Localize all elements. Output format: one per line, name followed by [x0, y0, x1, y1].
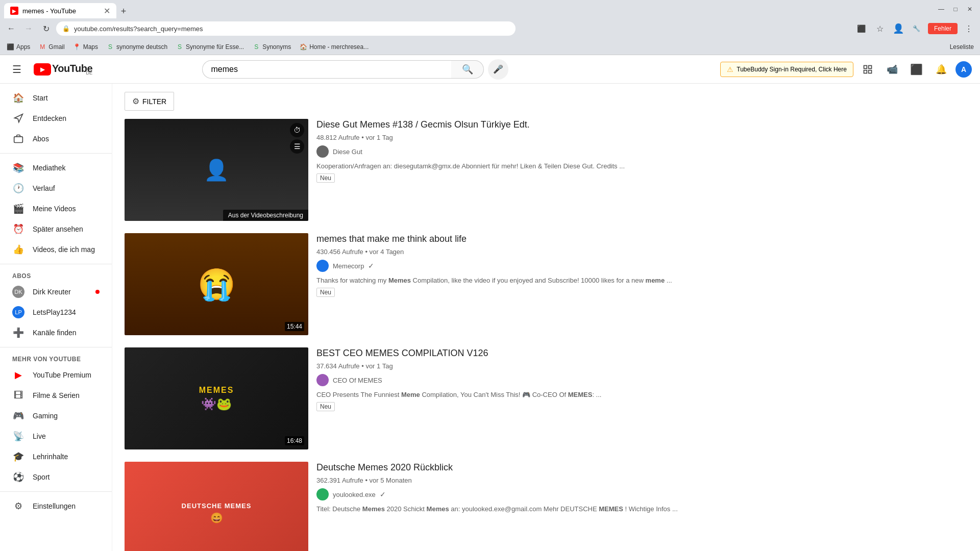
search-input[interactable] — [202, 60, 451, 79]
result-thumbnail-1[interactable]: 👤 ⏱ ☰ Aus der Videobeschreibung — [125, 119, 308, 221]
bookmark-star-btn[interactable]: ☆ — [873, 21, 887, 36]
sidebar-item-mediathek[interactable]: 📚 Mediathek — [0, 158, 112, 178]
address-bar: ← → ↻ 🔒 youtube.com/results?search_query… — [0, 18, 980, 39]
menu-btn[interactable]: ⋮ — [962, 21, 976, 36]
bookmark-synonyme2[interactable]: S Synonyme für Esse... — [176, 43, 244, 51]
sidebar-find-channels-btn[interactable]: ➕ Kanäle finden — [0, 322, 112, 343]
sidebar-subscription-letsplay[interactable]: LP LetsPlay1234 — [0, 302, 112, 322]
close-btn[interactable]: ✕ — [964, 3, 976, 15]
result-thumbnail-3[interactable]: MEMES 👾🐸 16:48 — [125, 347, 308, 449]
notifications-btn[interactable]: 🔔 — [931, 59, 951, 80]
sport-icon: ⚽ — [12, 471, 24, 483]
sidebar-spaeter-label: Später ansehen — [33, 225, 83, 233]
sidebar-lehrinhalte-label: Lehrinhalte — [33, 453, 68, 461]
tab-favicon: ▶ — [10, 7, 18, 15]
search-icon: 🔍 — [462, 64, 473, 75]
sidebar-item-verlauf[interactable]: 🕐 Verlauf — [0, 178, 112, 198]
bookmark-synonyme[interactable]: S synonyme deutsch — [106, 43, 167, 51]
result-views-1: 48.812 Aufrufe — [316, 134, 360, 141]
view-toggle-btn[interactable] — [857, 59, 878, 80]
result-channel-1[interactable]: Diese Gut — [316, 145, 968, 158]
thumb-menu-btn-1[interactable]: ☰ — [290, 139, 304, 154]
sidebar-gaming-label: Gaming — [33, 412, 58, 420]
back-btn[interactable]: ← — [4, 21, 18, 36]
sidebar-mehr-section: MEHR VON YOUTUBE ▶ YouTube Premium 🎞 Fil… — [0, 352, 112, 487]
bookmark-apps[interactable]: ⬛ Apps — [6, 43, 30, 51]
sidebar-item-abos[interactable]: Abos — [0, 129, 112, 149]
sidebar-item-live[interactable]: 📡 Live — [0, 426, 112, 446]
forward-btn[interactable]: → — [21, 21, 36, 36]
apps-grid-btn[interactable]: ⬛ — [906, 59, 927, 80]
bookmark-synonyms[interactable]: S Synonyms — [252, 43, 291, 51]
sidebar-main-section: 🏠 Start Entdecken Abos — [0, 88, 112, 149]
sidebar-item-liked[interactable]: 👍 Videos, die ich mag — [0, 239, 112, 260]
profile-btn[interactable]: 👤 — [891, 21, 905, 36]
error-btn[interactable]: Fehler — [928, 23, 958, 34]
voice-search-btn[interactable]: 🎤 — [488, 59, 508, 80]
sidebar-item-meine-videos[interactable]: 🎬 Meine Videos — [0, 198, 112, 219]
svg-marker-4 — [15, 114, 23, 122]
svg-rect-5 — [14, 137, 23, 143]
verified-icon-4: ✓ — [380, 490, 386, 498]
result-title-3[interactable]: BEST CEO MEMES COMPILATION V126 — [316, 347, 968, 359]
tudebuddy-btn[interactable]: ⚠ TubeBuddy Sign-in Required, Click Here — [720, 62, 853, 77]
sidebar-item-yt-premium[interactable]: ▶ YouTube Premium — [0, 365, 112, 385]
result-title-2[interactable]: memes that make me think about life — [316, 233, 968, 245]
sidebar-item-start[interactable]: 🏠 Start — [0, 88, 112, 108]
sidebar-meine-videos-label: Meine Videos — [33, 205, 76, 213]
url-bar[interactable]: 🔒 youtube.com/results?search_query=memes — [56, 21, 516, 36]
sidebar-subscription-dirk[interactable]: DK Dirk Kreuter — [0, 282, 112, 302]
bookmark-apps-label: Apps — [16, 43, 30, 51]
apps-icon: ⬛ — [6, 43, 14, 51]
minimize-btn[interactable]: — — [935, 3, 947, 15]
thumb-save-btn-1[interactable]: ⏱ — [290, 123, 304, 137]
bookmark-home[interactable]: 🏠 Home - merchresea... — [299, 43, 369, 51]
sidebar-item-filme[interactable]: 🎞 Filme & Serien — [0, 385, 112, 406]
sidebar-item-entdecken[interactable]: Entdecken — [0, 108, 112, 129]
ssl-icon: 🔒 — [62, 25, 70, 32]
result-thumbnail-2[interactable]: 😭 15:44 — [125, 233, 308, 335]
channel-name-2: Memecorp — [333, 262, 364, 270]
account-avatar[interactable]: A — [955, 61, 972, 78]
sidebar-live-label: Live — [33, 432, 46, 440]
result-channel-2[interactable]: Memecorp ✓ — [316, 260, 968, 272]
result-channel-4[interactable]: youlooked.exe ✓ — [316, 488, 968, 500]
active-tab[interactable]: ▶ memes - YouTube ✕ — [4, 3, 116, 18]
account-initial: A — [961, 65, 966, 73]
sidebar-item-einstellungen[interactable]: ⚙ Einstellungen — [0, 496, 112, 516]
new-tab-btn[interactable]: + — [116, 4, 131, 18]
result-thumbnail-4[interactable]: DEUTSCHE MEMES 😄 — [125, 462, 308, 551]
filter-btn[interactable]: ⚙ FILTER — [125, 92, 174, 111]
yt-extension-btn[interactable]: 🔧 — [910, 21, 924, 36]
letsplay-avatar: LP — [12, 306, 24, 318]
search-container: 🔍 🎤 — [202, 59, 508, 80]
result-views-4: 362.391 Aufrufe — [316, 477, 363, 484]
result-title-4[interactable]: Deutsche Memes 2020 Rückblick — [316, 462, 968, 473]
tab-close-btn[interactable]: ✕ — [104, 6, 110, 16]
yt-logo[interactable]: YouTube DE — [34, 63, 92, 76]
vidbeschreibung-btn[interactable]: Aus der Videobeschreibung — [223, 210, 308, 221]
sidebar-library-section: 📚 Mediathek 🕐 Verlauf 🎬 Meine Videos ⏰ S… — [0, 158, 112, 260]
bookmark-gmail[interactable]: M Gmail — [38, 43, 64, 51]
subscriptions-icon — [12, 133, 24, 145]
sidebar-liked-label: Videos, die ich mag — [33, 245, 95, 254]
sidebar-item-sport[interactable]: ⚽ Sport — [0, 467, 112, 487]
reload-btn[interactable]: ↻ — [39, 21, 53, 36]
result-channel-3[interactable]: CEO Of MEMES — [316, 374, 968, 386]
bookmark-maps[interactable]: 📍 Maps — [73, 43, 98, 51]
create-video-btn[interactable]: 📹 — [882, 59, 902, 80]
sidebar-verlauf-label: Verlauf — [33, 184, 55, 192]
maps-icon: 📍 — [73, 43, 81, 51]
yt-sidebar: 🏠 Start Entdecken Abos — [0, 84, 112, 551]
leselist-btn[interactable]: Leseliste — [950, 43, 974, 51]
mehr-title: MEHR VON YOUTUBE — [0, 352, 112, 365]
sidebar-toggle-btn[interactable]: ☰ — [8, 59, 26, 80]
sidebar-item-spaeter[interactable]: ⏰ Später ansehen — [0, 219, 112, 239]
extensions-btn[interactable]: ⬛ — [854, 21, 869, 36]
sidebar-item-lehrinhalte[interactable]: 🎓 Lehrinhalte — [0, 446, 112, 467]
search-btn[interactable]: 🔍 — [451, 60, 484, 79]
maximize-btn[interactable]: □ — [949, 3, 962, 15]
result-title-1[interactable]: Diese Gut Memes #138 / Gecmis Olsun Türk… — [316, 119, 968, 131]
yt-content: ⚙ FILTER 👤 ⏱ ☰ Aus der Videobeschreibung… — [112, 84, 980, 551]
sidebar-item-gaming[interactable]: 🎮 Gaming — [0, 406, 112, 426]
